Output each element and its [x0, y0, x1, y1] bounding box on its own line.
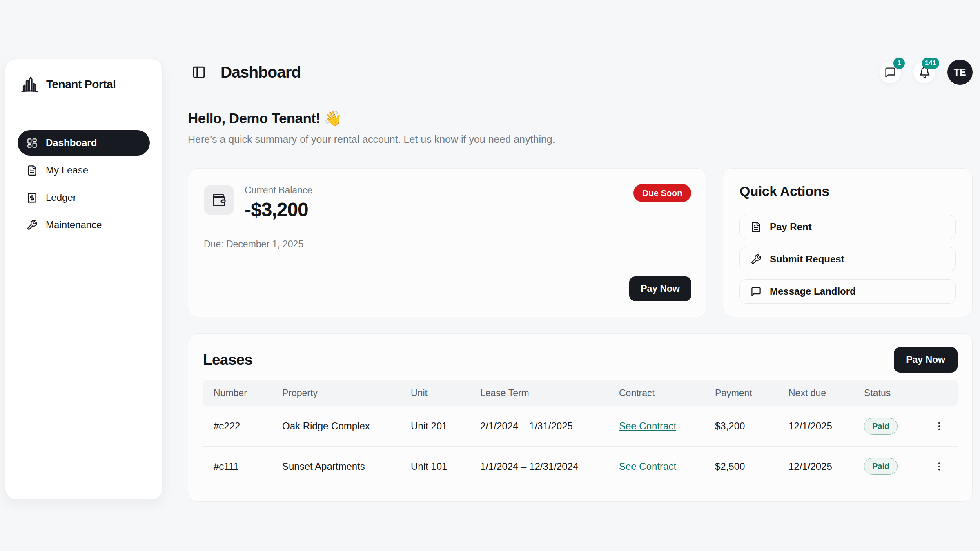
- status-badge: Paid: [864, 458, 898, 475]
- due-soon-badge: Due Soon: [633, 184, 691, 202]
- greeting-subtitle: Here's a quick summary of your rental ac…: [188, 133, 973, 145]
- status-badge: Paid: [864, 418, 898, 435]
- column-header-next-due: Next due: [779, 388, 854, 399]
- quick-actions-card: Quick Actions Pay Rent: [723, 168, 973, 317]
- main-content: Dashboard 1 141 TE Hel: [188, 59, 973, 502]
- table-row: #c111 Sunset Apartments Unit 101 1/1/202…: [203, 446, 958, 486]
- action-label: Message Landlord: [770, 286, 856, 297]
- balance-text: Current Balance -$3,200: [245, 185, 312, 221]
- sidebar-item-label: Maintenance: [46, 219, 102, 231]
- sidebar-item-label: Ledger: [46, 192, 76, 203]
- chat-bubble-icon: [751, 286, 762, 297]
- lease-property: Sunset Apartments: [272, 461, 401, 472]
- leases-title: Leases: [203, 351, 252, 369]
- see-contract-link[interactable]: See Contract: [619, 420, 676, 431]
- column-header-status: Status: [854, 388, 922, 399]
- messages-button[interactable]: 1: [879, 61, 902, 84]
- lease-next-due: 12/1/2025: [779, 420, 854, 432]
- brand: Tenant Portal: [18, 75, 150, 94]
- leases-card: Leases Pay Now Number Property Unit Leas…: [188, 333, 973, 502]
- lease-payment: $2,500: [705, 461, 779, 472]
- sidebar-nav: Dashboard My Lease Ledger: [18, 130, 150, 238]
- chat-bubble-icon: [884, 67, 896, 78]
- balance-label: Current Balance: [245, 185, 312, 196]
- quick-actions-list: Pay Rent Submit Request: [739, 215, 956, 304]
- lease-term: 2/1/2024 – 1/31/2025: [470, 420, 609, 432]
- summary-row: Current Balance -$3,200 Due Soon Due: De…: [188, 168, 973, 317]
- lease-number: #c111: [203, 461, 272, 472]
- greeting-title: Hello, Demo Tenant! 👋: [188, 110, 973, 127]
- greeting: Hello, Demo Tenant! 👋 Here's a quick sum…: [188, 110, 973, 145]
- brand-name: Tenant Portal: [46, 78, 116, 91]
- document-icon: [751, 222, 762, 233]
- column-header-unit: Unit: [401, 388, 470, 399]
- messages-count-badge: 1: [893, 58, 905, 69]
- message-landlord-button[interactable]: Message Landlord: [739, 279, 956, 304]
- action-label: Pay Rent: [770, 221, 812, 233]
- sidebar-item-dashboard[interactable]: Dashboard: [18, 130, 150, 156]
- leases-pay-now-button[interactable]: Pay Now: [894, 347, 958, 373]
- wallet-icon: [204, 185, 234, 215]
- column-header-number: Number: [203, 388, 272, 399]
- sidebar-item-ledger[interactable]: Ledger: [18, 185, 150, 210]
- wrench-icon: [751, 254, 762, 265]
- row-menu-button[interactable]: [931, 418, 947, 434]
- quick-actions-title: Quick Actions: [739, 183, 956, 199]
- topbar: Dashboard 1 141 TE: [188, 59, 973, 86]
- balance-card: Current Balance -$3,200 Due Soon Due: De…: [188, 168, 706, 317]
- sidebar-item-label: My Lease: [46, 164, 88, 176]
- receipt-icon: [27, 192, 38, 203]
- column-header-contract: Contract: [609, 388, 705, 399]
- submit-request-button[interactable]: Submit Request: [739, 247, 956, 271]
- document-icon: [27, 165, 38, 176]
- sidebar-toggle-icon[interactable]: [192, 65, 206, 79]
- lease-unit: Unit 201: [401, 420, 470, 432]
- topbar-actions: 1 141 TE: [879, 59, 973, 86]
- lease-term: 1/1/2024 – 12/31/2024: [470, 461, 609, 472]
- notifications-count-badge: 141: [922, 58, 939, 69]
- notifications-button[interactable]: 141: [913, 61, 936, 84]
- sidebar-item-my-lease[interactable]: My Lease: [18, 158, 150, 183]
- pay-rent-button[interactable]: Pay Rent: [739, 215, 956, 239]
- wrench-icon: [27, 220, 38, 231]
- lease-unit: Unit 101: [401, 461, 470, 472]
- action-label: Submit Request: [770, 253, 844, 265]
- page-title: Dashboard: [220, 63, 301, 81]
- column-header-payment: Payment: [705, 388, 779, 399]
- balance-top: Current Balance -$3,200: [204, 185, 690, 221]
- lease-next-due: 12/1/2025: [779, 461, 854, 472]
- table-row: #c222 Oak Ridge Complex Unit 201 2/1/202…: [203, 406, 958, 446]
- table-header-row: Number Property Unit Lease Term Contract…: [203, 380, 958, 406]
- balance-amount: -$3,200: [245, 198, 312, 221]
- column-header-property: Property: [272, 388, 401, 399]
- sidebar: Tenant Portal Dashboard My Lease: [5, 59, 163, 500]
- leases-header: Leases Pay Now: [203, 347, 958, 373]
- buildings-logo-icon: [20, 75, 40, 94]
- leases-table: Number Property Unit Lease Term Contract…: [203, 380, 958, 486]
- sidebar-item-label: Dashboard: [46, 137, 97, 149]
- pay-now-button[interactable]: Pay Now: [629, 276, 691, 301]
- due-date-text: Due: December 1, 2025: [204, 239, 690, 250]
- dashboard-grid-icon: [27, 138, 38, 149]
- see-contract-link[interactable]: See Contract: [619, 461, 676, 472]
- lease-property: Oak Ridge Complex: [272, 420, 401, 432]
- column-header-lease-term: Lease Term: [470, 388, 609, 399]
- lease-payment: $3,200: [705, 420, 779, 432]
- sidebar-item-maintenance[interactable]: Maintenance: [18, 212, 150, 238]
- lease-number: #c222: [203, 420, 272, 432]
- avatar[interactable]: TE: [947, 60, 973, 85]
- row-menu-button[interactable]: [931, 459, 947, 474]
